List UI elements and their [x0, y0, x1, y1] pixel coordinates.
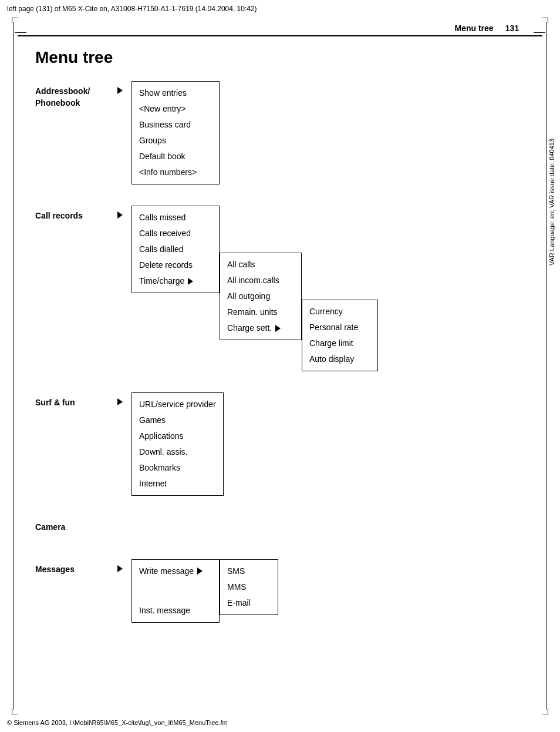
- list-item: Charge limit: [309, 335, 370, 351]
- list-item: Remain. units: [227, 304, 294, 320]
- items-box-call-records: Calls missed Calls received Calls dialle…: [131, 206, 220, 293]
- list-item: Currency: [309, 304, 370, 320]
- list-item: Calls missed: [139, 210, 212, 226]
- items-box-surf-fun: URL/service provider Games Applications …: [131, 392, 224, 496]
- side-text-content: VAR Language: en; VAR issue date: 040413: [548, 139, 555, 266]
- category-messages: Messages: [35, 559, 117, 580]
- items-box-sms: SMS MMS E-mail: [220, 559, 278, 615]
- list-item: URL/service provider: [139, 397, 216, 412]
- main-content: Menu tree Addressbook/Phonebook Show ent…: [12, 36, 542, 644]
- header-text: left page (131) of M65 X-Cite en, A31008…: [7, 5, 257, 13]
- list-item-mms: MMS: [227, 579, 271, 595]
- list-item: Calls received: [139, 226, 212, 241]
- list-item: All calls: [227, 257, 294, 273]
- level3-chargesett: Currency Personal rate Charge limit Auto…: [302, 300, 378, 371]
- page-num-area: Menu tree 131: [18, 18, 542, 36]
- arrow-messages: [117, 559, 131, 572]
- arrow-icon-messages: [117, 565, 123, 572]
- corner-tr: [542, 18, 548, 23]
- arrow-addressbook: [117, 81, 131, 94]
- list-item: Bookmarks: [139, 460, 216, 476]
- arrow-call-records: [117, 206, 131, 219]
- list-item-email: E-mail: [227, 595, 271, 611]
- gap-messages: [139, 579, 212, 603]
- list-item-time-charge: Time/charge: [139, 273, 212, 289]
- footer-text: © Siemens AG 2003, I:\Mobil\R65\M65_X-ci…: [7, 719, 228, 726]
- list-item: Applications: [139, 428, 216, 444]
- menu-tree: Addressbook/Phonebook Show entries <New …: [35, 81, 519, 623]
- list-item: All incom.calls: [227, 273, 294, 288]
- arrow-icon-addressbook: [117, 87, 123, 94]
- list-item: Downl. assis.: [139, 444, 216, 460]
- bottom-footer: © Siemens AG 2003, I:\Mobil\R65\M65_X-ci…: [7, 719, 228, 726]
- page-title: Menu tree: [35, 48, 519, 67]
- arrow-icon-timecharge: [188, 278, 193, 285]
- list-item: Default book: [139, 149, 212, 164]
- gap: [35, 548, 519, 559]
- arrow-icon-chargesett: [275, 325, 281, 332]
- list-item: Groups: [139, 133, 212, 149]
- arrow-icon-call-records: [117, 211, 123, 219]
- category-call-records: Call records: [35, 206, 117, 227]
- items-box-chargesett: Currency Personal rate Charge limit Auto…: [302, 300, 378, 371]
- arrow-surf-fun: [117, 392, 131, 405]
- top-dash-right: [534, 32, 545, 33]
- list-item: All outgoing: [227, 288, 294, 304]
- list-item-inst-message: Inst. message: [139, 603, 212, 619]
- list-item: Personal rate: [309, 320, 370, 335]
- level2-timecharge: All calls All incom.calls All outgoing R…: [220, 253, 378, 371]
- list-item: Delete records: [139, 257, 212, 273]
- list-item-sms: SMS: [227, 563, 271, 579]
- corner-br: [542, 709, 548, 714]
- page-number: 131: [505, 23, 519, 33]
- category-surf-fun: Surf & fun: [35, 392, 117, 414]
- side-text: VAR Language: en; VAR issue date: 040413: [544, 35, 560, 270]
- arrow-icon-surf-fun: [117, 398, 123, 405]
- list-item: Show entries: [139, 85, 212, 101]
- level1-call-records: Calls missed Calls received Calls dialle…: [131, 206, 378, 371]
- list-item: Games: [139, 412, 216, 428]
- section-label: Menu tree: [455, 23, 494, 33]
- items-box-messages: Write message Inst. message: [131, 559, 220, 623]
- gap: [35, 381, 519, 392]
- arrow-icon-writemessage: [197, 568, 203, 575]
- category-camera: Camera: [35, 517, 117, 538]
- list-item-charge-sett: Charge sett.: [227, 320, 294, 336]
- gap: [35, 505, 519, 517]
- section-messages: Messages Write message Inst. message: [35, 559, 519, 623]
- vert-line-left: [13, 22, 14, 710]
- top-header: left page (131) of M65 X-Cite en, A31008…: [0, 0, 560, 18]
- category-addressbook: Addressbook/Phonebook: [35, 81, 117, 113]
- sms-sub-area: SMS MMS E-mail: [220, 559, 278, 615]
- section-call-records: Call records Calls missed Calls received…: [35, 206, 519, 371]
- list-item: Internet: [139, 476, 216, 492]
- list-item: <New entry>: [139, 101, 212, 117]
- section-surf-fun: Surf & fun URL/service provider Games Ap…: [35, 392, 519, 496]
- items-box-timecharge: All calls All incom.calls All outgoing R…: [220, 253, 302, 340]
- messages-layout: Write message Inst. message SMS MMS E-ma…: [131, 559, 278, 623]
- list-item: Business card: [139, 117, 212, 133]
- list-item-write-message: Write message: [139, 563, 212, 579]
- list-item: <Info numbers>: [139, 164, 212, 180]
- list-item: Calls dialled: [139, 241, 212, 257]
- list-item: Auto display: [309, 351, 370, 367]
- section-addressbook: Addressbook/Phonebook Show entries <New …: [35, 81, 519, 184]
- items-box-addressbook: Show entries <New entry> Business card G…: [131, 81, 220, 184]
- section-camera: Camera: [35, 517, 519, 538]
- gap: [35, 194, 519, 206]
- top-dash-left: [15, 32, 26, 33]
